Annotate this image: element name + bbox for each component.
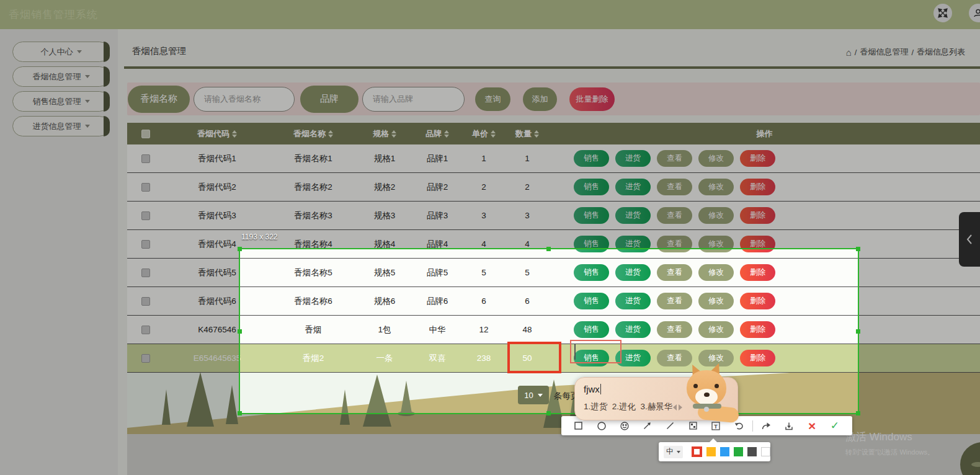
row-checkbox[interactable] [141, 297, 150, 306]
confirm-icon[interactable]: ✓ [826, 416, 844, 435]
annotation-style-panel: 中 [659, 442, 770, 461]
edit-button[interactable]: 修改 [698, 293, 734, 309]
delete-button[interactable]: 删除 [740, 236, 775, 252]
edit-button[interactable]: 修改 [698, 150, 734, 167]
purchase-button[interactable]: 进货 [615, 321, 651, 338]
row-checkbox[interactable] [141, 354, 150, 363]
cell-brand: 品牌5 [412, 267, 462, 278]
sort-icon[interactable] [491, 130, 496, 138]
select-all-checkbox[interactable] [141, 130, 150, 138]
cell-spec: 一条 [357, 353, 412, 364]
color-swatch[interactable] [734, 447, 743, 456]
sort-icon[interactable] [232, 130, 237, 138]
view-button[interactable]: 查看 [657, 207, 692, 224]
stroke-size-select[interactable]: 中 [664, 446, 683, 458]
cell-name: 香烟名称4 [270, 239, 357, 250]
column-header[interactable]: 品牌 [412, 128, 462, 140]
fab-icon [971, 462, 980, 467]
sidebar-item-label: 进货信息管理 [33, 121, 81, 132]
sidebar-item-sales-info[interactable]: 销售信息管理 [12, 91, 110, 112]
color-swatch[interactable] [692, 446, 702, 457]
sidebar-item-cigarette-info[interactable]: 香烟信息管理 [12, 66, 110, 87]
sort-icon[interactable] [328, 130, 333, 138]
cell-brand: 品牌1 [412, 153, 462, 164]
sell-button[interactable]: 销售 [574, 207, 609, 224]
breadcrumb-item[interactable]: 香烟信息列表 [917, 47, 965, 58]
column-header[interactable]: 香烟代码 [164, 128, 270, 140]
sell-button[interactable]: 销售 [574, 293, 609, 309]
view-button[interactable]: 查看 [657, 236, 692, 252]
row-checkbox[interactable] [141, 240, 150, 249]
delete-button[interactable]: 删除 [740, 207, 775, 224]
column-header[interactable]: 单价 [462, 128, 506, 140]
view-button[interactable]: 查看 [657, 264, 692, 281]
row-checkbox[interactable] [141, 211, 150, 220]
delete-button[interactable]: 删除 [740, 150, 775, 167]
batch-delete-button[interactable]: 批量删除 [569, 87, 615, 111]
delete-button[interactable]: 删除 [740, 350, 775, 366]
color-swatch[interactable] [747, 447, 757, 456]
purchase-button[interactable]: 进货 [615, 207, 651, 224]
edit-button[interactable]: 修改 [698, 264, 734, 281]
sort-icon[interactable] [444, 130, 449, 138]
home-icon[interactable]: ⌂ [846, 47, 852, 58]
cell-code: 香烟代码3 [164, 210, 270, 221]
panel-collapse-handle[interactable] [959, 212, 980, 267]
edit-button[interactable]: 修改 [698, 179, 734, 195]
row-checkbox[interactable] [141, 183, 150, 192]
red-rectangle-annotation[interactable] [507, 342, 561, 373]
add-button[interactable]: 添加 [523, 87, 557, 111]
color-swatch[interactable] [720, 447, 729, 456]
cell-spec: 规格2 [357, 182, 412, 193]
color-swatch[interactable] [761, 447, 770, 456]
user-icon[interactable] [969, 4, 980, 22]
purchase-button[interactable]: 进货 [615, 179, 651, 195]
table-row: 香烟代码1香烟名称1规格1品牌111销售进货查看修改删除 [127, 144, 980, 173]
row-checkbox[interactable] [141, 269, 150, 277]
purchase-button[interactable]: 进货 [615, 150, 651, 167]
purchase-button[interactable]: 进货 [615, 264, 651, 281]
edit-button[interactable]: 修改 [698, 207, 734, 224]
breadcrumb-item[interactable]: 香烟信息管理 [860, 47, 908, 58]
cancel-icon[interactable]: × [803, 416, 821, 435]
view-button[interactable]: 查看 [657, 321, 692, 338]
sort-icon[interactable] [391, 130, 396, 138]
purchase-button[interactable]: 进货 [615, 293, 651, 309]
sell-button[interactable]: 销售 [574, 264, 609, 281]
color-swatches [692, 446, 770, 457]
sell-button[interactable]: 销售 [574, 321, 609, 338]
ime-candidates[interactable]: 1.进货 2.进化 3.赫景华 [584, 401, 672, 412]
sell-button[interactable]: 销售 [574, 150, 609, 167]
edit-button[interactable]: 修改 [698, 236, 734, 252]
brand-label: 品牌 [300, 86, 359, 113]
column-header[interactable]: 规格 [357, 128, 412, 140]
view-button[interactable]: 查看 [657, 179, 692, 195]
sell-button[interactable]: 销售 [574, 236, 609, 252]
purchase-button[interactable]: 进货 [615, 236, 651, 252]
delete-button[interactable]: 删除 [740, 179, 775, 195]
fullscreen-icon[interactable] [933, 4, 952, 22]
cigarette-name-input[interactable] [194, 87, 295, 112]
brand-input[interactable] [362, 87, 465, 112]
share-icon[interactable] [757, 416, 775, 435]
column-header[interactable]: 香烟名称 [270, 128, 357, 140]
page-size-select[interactable]: 10 [518, 386, 549, 404]
view-button[interactable]: 查看 [657, 293, 692, 309]
view-button[interactable]: 查看 [657, 150, 692, 167]
sell-button[interactable]: 销售 [574, 179, 609, 195]
download-icon[interactable] [780, 416, 798, 435]
row-checkbox[interactable] [141, 326, 150, 334]
delete-button[interactable]: 删除 [740, 293, 775, 309]
color-swatch[interactable] [706, 447, 716, 456]
sidebar-item-personal-center[interactable]: 个人中心 [12, 42, 110, 62]
query-button[interactable]: 查询 [475, 87, 510, 111]
sort-icon[interactable] [534, 130, 539, 138]
edit-button[interactable]: 修改 [698, 321, 734, 338]
cell-qty: 6 [506, 296, 549, 306]
sidebar-item-purchase-info[interactable]: 进货信息管理 [12, 116, 110, 136]
text-annotation-box[interactable] [570, 340, 621, 363]
row-checkbox[interactable] [141, 154, 150, 163]
column-header[interactable]: 数量 [506, 128, 549, 140]
delete-button[interactable]: 删除 [740, 321, 775, 338]
delete-button[interactable]: 删除 [740, 264, 775, 281]
